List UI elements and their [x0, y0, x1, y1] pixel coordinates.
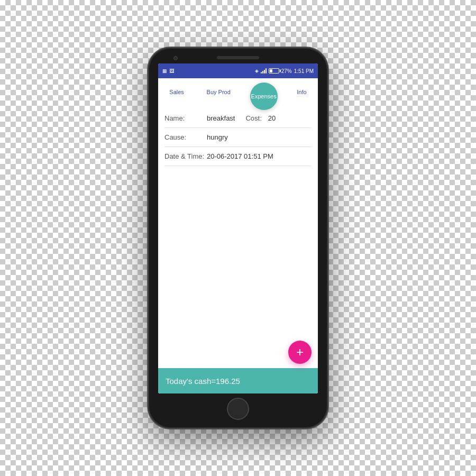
tab-expenses[interactable]: Expenses: [249, 89, 279, 95]
todays-cash-text: Today's cash=196.25: [166, 377, 240, 386]
phone-speaker: [217, 56, 259, 59]
tab-buy-prod[interactable]: Buy Prod: [203, 86, 235, 98]
battery-percent: 27%: [281, 68, 292, 74]
divider-2: [164, 147, 312, 147]
status-time: 1:51 PM: [294, 68, 314, 74]
tab-info[interactable]: Info: [292, 86, 310, 98]
notification-icon-1: ▦: [162, 68, 167, 74]
tab-bar: Sales Buy Prod Expenses Info: [158, 78, 318, 106]
battery-icon: [269, 68, 279, 74]
signal-icon: [261, 68, 267, 74]
home-button[interactable]: [227, 398, 249, 420]
datetime-value: 20-06-2017 01:51 PM: [207, 152, 273, 160]
divider-3: [164, 166, 312, 166]
datetime-label: Date & Time:: [164, 152, 207, 160]
cost-value: 20: [268, 114, 276, 122]
cost-label: Cost:: [245, 114, 261, 122]
phone-top-bar: [152, 54, 324, 63]
tab-sales[interactable]: Sales: [165, 86, 188, 98]
add-fab-button[interactable]: +: [288, 341, 312, 364]
status-right-info: ◈ 27% 1:51 PM: [255, 68, 314, 74]
phone-screen: ▦ 🖼 ◈ 27% 1:51 PM Sales Buy Prod: [158, 63, 318, 393]
expense-cause-row: Cause: hungry: [164, 133, 312, 141]
bottom-cash-bar: Today's cash=196.25: [158, 368, 318, 393]
wifi-icon: ◈: [255, 68, 259, 74]
notification-icon-2: 🖼: [169, 68, 174, 74]
phone-device: ▦ 🖼 ◈ 27% 1:51 PM Sales Buy Prod: [148, 48, 328, 428]
cause-label: Cause:: [164, 133, 207, 141]
expense-name-row: Name: breakfast Cost: 20: [164, 114, 312, 122]
expense-datetime-row: Date & Time: 20-06-2017 01:51 PM: [164, 152, 312, 160]
content-area: Name: breakfast Cost: 20 Cause: hungry D…: [158, 106, 318, 393]
divider-1: [164, 127, 312, 128]
phone-camera: [173, 56, 178, 60]
add-icon: +: [296, 345, 304, 360]
name-value: breakfast: [207, 114, 235, 122]
tab-expenses-bubble[interactable]: Expenses: [250, 83, 278, 110]
cause-value: hungry: [207, 133, 228, 141]
status-left-icons: ▦ 🖼: [162, 68, 174, 74]
phone-bottom-bar: [152, 393, 324, 422]
name-label: Name:: [164, 114, 207, 122]
status-bar: ▦ 🖼 ◈ 27% 1:51 PM: [158, 63, 318, 78]
